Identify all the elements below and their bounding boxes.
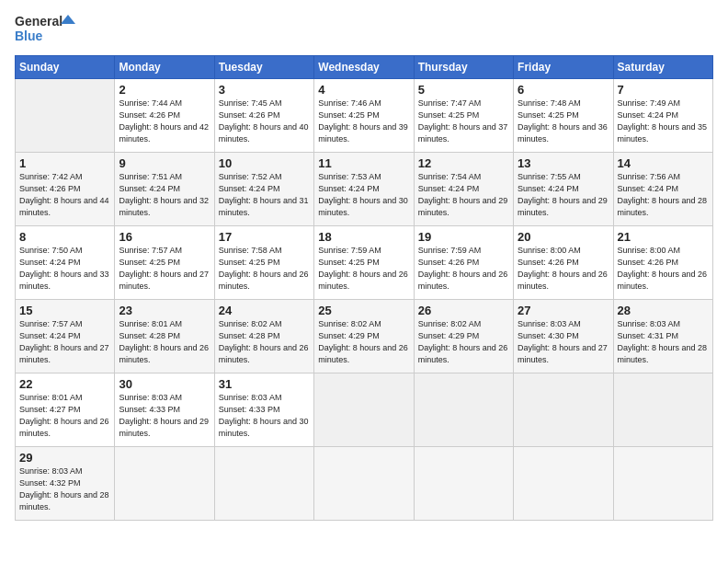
day-info: Sunrise: 7:59 AMSunset: 4:25 PMDaylight:…	[318, 246, 408, 291]
day-number: 3	[219, 83, 310, 97]
day-info: Sunrise: 7:59 AMSunset: 4:26 PMDaylight:…	[418, 246, 508, 291]
day-number: 28	[618, 304, 709, 317]
week-row-5: 29Sunrise: 8:03 AMSunset: 4:32 PMDayligh…	[16, 447, 713, 521]
day-info: Sunrise: 7:45 AMSunset: 4:26 PMDaylight:…	[219, 98, 309, 144]
day-number: 6	[518, 83, 609, 97]
day-cell-21: 21Sunrise: 8:00 AMSunset: 4:26 PMDayligh…	[613, 226, 712, 300]
day-number: 29	[19, 451, 110, 465]
day-number: 22	[19, 377, 110, 391]
day-info: Sunrise: 8:00 AMSunset: 4:26 PMDaylight:…	[518, 246, 608, 291]
day-number: 13	[518, 156, 609, 170]
empty-cell	[115, 447, 214, 521]
day-cell-18: 18Sunrise: 7:59 AMSunset: 4:25 PMDayligh…	[314, 226, 414, 300]
day-info: Sunrise: 7:57 AMSunset: 4:25 PMDaylight:…	[119, 246, 209, 291]
header-row: SundayMondayTuesdayWednesdayThursdayFrid…	[16, 56, 713, 79]
empty-cell	[314, 447, 414, 521]
day-info: Sunrise: 8:03 AMSunset: 4:31 PMDaylight:…	[618, 319, 708, 364]
week-row-3: 15Sunrise: 7:57 AMSunset: 4:24 PMDayligh…	[16, 300, 713, 373]
day-cell-14: 14Sunrise: 7:56 AMSunset: 4:24 PMDayligh…	[613, 153, 712, 226]
day-cell-15: 15Sunrise: 7:57 AMSunset: 4:24 PMDayligh…	[16, 300, 115, 373]
day-number: 23	[119, 304, 210, 317]
day-info: Sunrise: 7:54 AMSunset: 4:24 PMDaylight:…	[418, 172, 508, 217]
logo: General Blue	[15, 11, 79, 48]
day-number: 21	[618, 230, 709, 244]
day-cell-1: 1Sunrise: 7:42 AMSunset: 4:26 PMDaylight…	[16, 153, 115, 226]
day-cell-10: 10Sunrise: 7:52 AMSunset: 4:24 PMDayligh…	[214, 153, 313, 226]
header-cell-saturday: Saturday	[613, 56, 712, 79]
day-number: 15	[19, 304, 110, 317]
day-info: Sunrise: 7:42 AMSunset: 4:26 PMDaylight:…	[19, 172, 109, 217]
day-info: Sunrise: 8:01 AMSunset: 4:28 PMDaylight:…	[119, 319, 209, 364]
day-number: 12	[418, 156, 509, 170]
day-number: 25	[318, 304, 409, 317]
day-cell-9: 9Sunrise: 7:51 AMSunset: 4:24 PMDaylight…	[115, 153, 214, 226]
day-info: Sunrise: 7:50 AMSunset: 4:24 PMDaylight:…	[19, 246, 109, 291]
day-number: 2	[119, 83, 210, 97]
day-info: Sunrise: 7:55 AMSunset: 4:24 PMDaylight:…	[518, 172, 608, 217]
day-number: 24	[219, 304, 310, 317]
svg-text:General: General	[15, 14, 63, 29]
day-cell-27: 27Sunrise: 8:03 AMSunset: 4:30 PMDayligh…	[514, 300, 613, 373]
day-number: 1	[19, 156, 110, 170]
day-info: Sunrise: 8:03 AMSunset: 4:30 PMDaylight:…	[518, 319, 608, 364]
week-row-4: 22Sunrise: 8:01 AMSunset: 4:27 PMDayligh…	[16, 373, 713, 447]
day-number: 8	[19, 230, 110, 244]
day-info: Sunrise: 7:53 AMSunset: 4:24 PMDaylight:…	[318, 172, 408, 217]
day-info: Sunrise: 8:01 AMSunset: 4:27 PMDaylight:…	[19, 393, 109, 438]
day-number: 11	[318, 156, 409, 170]
day-info: Sunrise: 7:57 AMSunset: 4:24 PMDaylight:…	[19, 319, 109, 364]
day-cell-6: 6Sunrise: 7:48 AMSunset: 4:25 PMDaylight…	[514, 79, 613, 153]
day-number: 17	[219, 230, 310, 244]
header-cell-monday: Monday	[115, 56, 214, 79]
header: General Blue	[15, 11, 713, 48]
day-cell-19: 19Sunrise: 7:59 AMSunset: 4:26 PMDayligh…	[414, 226, 513, 300]
empty-cell	[613, 373, 712, 447]
day-number: 30	[119, 377, 210, 391]
day-number: 20	[518, 230, 609, 244]
day-cell-31: 31Sunrise: 8:03 AMSunset: 4:33 PMDayligh…	[214, 373, 313, 447]
header-cell-sunday: Sunday	[16, 56, 115, 79]
day-info: Sunrise: 7:49 AMSunset: 4:24 PMDaylight:…	[618, 98, 708, 144]
empty-cell	[514, 373, 613, 447]
week-row-2: 8Sunrise: 7:50 AMSunset: 4:24 PMDaylight…	[16, 226, 713, 300]
day-cell-13: 13Sunrise: 7:55 AMSunset: 4:24 PMDayligh…	[514, 153, 613, 226]
day-cell-11: 11Sunrise: 7:53 AMSunset: 4:24 PMDayligh…	[314, 153, 414, 226]
day-number: 7	[618, 83, 709, 97]
day-info: Sunrise: 7:44 AMSunset: 4:26 PMDaylight:…	[119, 98, 209, 144]
page: General Blue SundayMondayTuesdayWednesda…	[0, 0, 728, 530]
day-info: Sunrise: 8:00 AMSunset: 4:26 PMDaylight:…	[618, 246, 708, 291]
day-number: 5	[418, 83, 509, 97]
day-number: 19	[418, 230, 509, 244]
header-cell-tuesday: Tuesday	[214, 56, 313, 79]
header-cell-friday: Friday	[514, 56, 613, 79]
day-info: Sunrise: 7:58 AMSunset: 4:25 PMDaylight:…	[219, 246, 309, 291]
day-number: 27	[518, 304, 609, 317]
header-cell-thursday: Thursday	[414, 56, 513, 79]
day-info: Sunrise: 8:03 AMSunset: 4:33 PMDaylight:…	[219, 393, 309, 438]
day-info: Sunrise: 7:52 AMSunset: 4:24 PMDaylight:…	[219, 172, 309, 217]
day-cell-20: 20Sunrise: 8:00 AMSunset: 4:26 PMDayligh…	[514, 226, 613, 300]
day-info: Sunrise: 8:03 AMSunset: 4:33 PMDaylight:…	[119, 393, 209, 438]
day-info: Sunrise: 7:48 AMSunset: 4:25 PMDaylight:…	[518, 98, 608, 144]
day-cell-29: 29Sunrise: 8:03 AMSunset: 4:32 PMDayligh…	[16, 447, 115, 521]
day-info: Sunrise: 7:51 AMSunset: 4:24 PMDaylight:…	[119, 172, 209, 217]
week-row-1: 1Sunrise: 7:42 AMSunset: 4:26 PMDaylight…	[16, 153, 713, 226]
day-cell-4: 4Sunrise: 7:46 AMSunset: 4:25 PMDaylight…	[314, 79, 414, 153]
day-info: Sunrise: 8:02 AMSunset: 4:28 PMDaylight:…	[219, 319, 309, 364]
day-cell-28: 28Sunrise: 8:03 AMSunset: 4:31 PMDayligh…	[613, 300, 712, 373]
header-cell-wednesday: Wednesday	[314, 56, 414, 79]
empty-cell	[214, 447, 313, 521]
day-info: Sunrise: 7:46 AMSunset: 4:25 PMDaylight:…	[318, 98, 408, 144]
empty-cell	[16, 79, 115, 153]
day-cell-24: 24Sunrise: 8:02 AMSunset: 4:28 PMDayligh…	[214, 300, 313, 373]
day-info: Sunrise: 8:03 AMSunset: 4:32 PMDaylight:…	[19, 466, 109, 511]
day-cell-3: 3Sunrise: 7:45 AMSunset: 4:26 PMDaylight…	[214, 79, 313, 153]
day-info: Sunrise: 8:02 AMSunset: 4:29 PMDaylight:…	[318, 319, 408, 364]
day-cell-12: 12Sunrise: 7:54 AMSunset: 4:24 PMDayligh…	[414, 153, 513, 226]
day-info: Sunrise: 7:56 AMSunset: 4:24 PMDaylight:…	[618, 172, 708, 217]
day-number: 18	[318, 230, 409, 244]
day-cell-25: 25Sunrise: 8:02 AMSunset: 4:29 PMDayligh…	[314, 300, 414, 373]
calendar-table: SundayMondayTuesdayWednesdayThursdayFrid…	[15, 55, 713, 521]
day-cell-5: 5Sunrise: 7:47 AMSunset: 4:25 PMDaylight…	[414, 79, 513, 153]
day-cell-26: 26Sunrise: 8:02 AMSunset: 4:29 PMDayligh…	[414, 300, 513, 373]
